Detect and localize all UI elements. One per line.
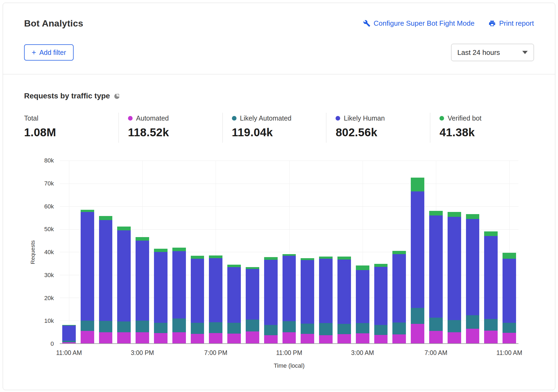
bar-segment-likely-human <box>374 267 388 325</box>
bar-segment-likely-automated <box>136 321 149 333</box>
y-axis-labels: 010k20k30k40k50k60k70k80k <box>24 161 54 344</box>
stacked-bar[interactable] <box>411 161 424 343</box>
configure-super-bot-fight-mode-link[interactable]: Configure Super Bot Fight Mode <box>363 19 475 28</box>
bar-segment-likely-automated <box>429 318 443 331</box>
bar-segment-likely-human <box>448 217 461 320</box>
bar-segment-likely-human <box>264 260 278 325</box>
stacked-bar[interactable] <box>154 161 168 343</box>
stat-label-row: Total <box>24 114 116 122</box>
bar-segment-automated <box>81 331 94 343</box>
stacked-bar[interactable] <box>319 161 333 343</box>
stacked-bar[interactable] <box>392 161 406 343</box>
stacked-bar[interactable] <box>62 161 76 343</box>
bar-segment-verified-bot <box>172 248 186 251</box>
stacked-bar[interactable] <box>283 161 296 343</box>
bar-segment-likely-automated <box>392 323 406 334</box>
wrench-icon <box>363 20 370 27</box>
bar-segment-likely-human <box>154 252 168 323</box>
x-tick-label: 7:00 AM <box>425 349 447 357</box>
bar-segment-automated <box>117 332 131 343</box>
stacked-bar[interactable] <box>484 161 498 343</box>
stacked-bar[interactable] <box>466 161 480 343</box>
stacked-bar[interactable] <box>448 161 461 343</box>
stacked-bar[interactable] <box>374 161 388 343</box>
bar-segment-likely-automated <box>209 322 222 333</box>
bar-segment-automated <box>264 335 278 343</box>
bar-segment-likely-human <box>356 270 369 323</box>
stat-label: Verified bot <box>448 114 481 122</box>
bar-segment-likely-automated <box>411 308 424 324</box>
x-tick-label: 7:00 PM <box>204 349 227 357</box>
bar-segment-likely-human <box>429 215 443 318</box>
bar-segment-automated <box>503 333 516 343</box>
x-tick-label: 11:00 AM <box>496 349 522 357</box>
section-head: Requests by traffic type <box>24 92 534 100</box>
bar-segment-likely-human <box>283 256 296 321</box>
time-range-dropdown[interactable]: Last 24 hours <box>451 44 534 61</box>
bar-segment-likely-automated <box>466 315 480 329</box>
bar-segment-automated <box>429 331 443 343</box>
stat-label: Automated <box>136 114 169 122</box>
bar-segment-verified-bot <box>448 212 461 217</box>
bar-segment-likely-automated <box>356 323 369 333</box>
stacked-bar[interactable] <box>356 161 369 343</box>
bar-segment-automated <box>337 334 351 343</box>
bars-container <box>60 161 518 343</box>
stat-likely-automated: Likely Automated 119.04k <box>222 113 326 143</box>
bar-segment-verified-bot <box>191 256 204 259</box>
stacked-bar[interactable] <box>172 161 186 343</box>
stacked-bar[interactable] <box>429 161 443 343</box>
bar-segment-automated <box>227 334 241 343</box>
stacked-bar[interactable] <box>227 161 241 343</box>
add-filter-button[interactable]: + Add filter <box>24 44 74 61</box>
bar-segment-likely-automated <box>246 320 259 331</box>
section-title: Requests by traffic type <box>24 92 110 100</box>
stat-value: 118.52k <box>128 126 220 139</box>
stacked-bar[interactable] <box>136 161 149 343</box>
stacked-bar[interactable] <box>191 161 204 343</box>
bar-segment-automated <box>356 333 369 343</box>
bar-segment-likely-automated <box>503 323 516 333</box>
stacked-bar[interactable] <box>503 161 516 343</box>
stacked-bar[interactable] <box>337 161 351 343</box>
bar-segment-automated <box>136 332 149 343</box>
stat-value: 41.38k <box>439 126 531 139</box>
bar-segment-automated <box>484 331 498 343</box>
stacked-bar[interactable] <box>246 161 259 343</box>
automated-dot-icon <box>128 116 133 121</box>
bar-segment-verified-bot <box>99 216 113 220</box>
configure-link-label: Configure Super Bot Fight Mode <box>374 19 475 28</box>
bar-segment-likely-human <box>191 259 204 323</box>
bar-segment-automated <box>392 334 406 343</box>
bar-segment-likely-automated <box>154 323 168 333</box>
stat-label: Likely Human <box>344 114 385 122</box>
bar-segment-verified-bot <box>81 210 94 212</box>
bar-segment-likely-human <box>484 236 498 319</box>
verified-bot-dot-icon <box>439 116 444 121</box>
stacked-bar[interactable] <box>209 161 222 343</box>
stacked-bar[interactable] <box>81 161 94 343</box>
bar-segment-likely-human <box>172 251 186 318</box>
y-tick-label: 40k <box>44 249 54 256</box>
stacked-bar[interactable] <box>264 161 278 343</box>
bar-segment-automated <box>172 332 186 343</box>
bar-segment-likely-automated <box>337 324 351 334</box>
bar-segment-verified-bot <box>136 237 149 241</box>
stacked-bar[interactable] <box>117 161 131 343</box>
stacked-bar[interactable] <box>301 161 314 343</box>
print-report-link[interactable]: Print report <box>488 19 534 28</box>
stat-label-row: Likely Automated <box>232 114 324 122</box>
y-tick-label: 60k <box>44 203 54 210</box>
stat-label: Likely Automated <box>240 114 291 122</box>
likely-automated-dot-icon <box>232 116 237 121</box>
bar-segment-automated <box>246 331 259 343</box>
stat-value: 802.56k <box>336 126 427 139</box>
stat-label-row: Automated <box>128 114 220 122</box>
bar-segment-verified-bot <box>209 255 222 258</box>
bar-segment-likely-automated <box>117 321 131 333</box>
stacked-bar[interactable] <box>99 161 113 343</box>
bar-segment-likely-automated <box>319 323 333 335</box>
bar-segment-automated <box>466 329 480 343</box>
bar-segment-likely-automated <box>484 319 498 330</box>
plot-area <box>60 161 518 344</box>
